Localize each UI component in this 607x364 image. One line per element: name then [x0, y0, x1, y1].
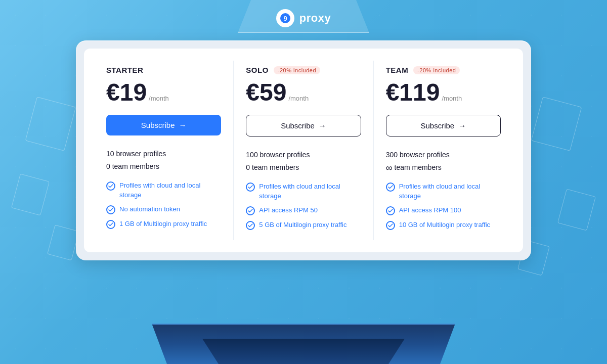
feature-item: API access RPM 100 — [386, 206, 501, 215]
subscribe-label: Subscribe — [141, 121, 175, 129]
check-icon — [106, 220, 115, 229]
plan-name-solo: SOLO-20% included — [246, 66, 361, 74]
price-period: /month — [149, 95, 169, 102]
price-period: /month — [288, 95, 309, 102]
plan-name-team: TEAM-20% included — [386, 66, 501, 74]
browser-profiles-stat: 100 browser profiles — [246, 149, 361, 161]
discount-badge: -20% included — [413, 66, 460, 74]
feature-item: 5 GB of Multilogin proxy traffic — [246, 220, 361, 230]
feature-text: Profiles with cloud and local storage — [399, 182, 501, 200]
plan-starter: STARTER€19/monthSubscribe →10 browser pr… — [96, 61, 231, 240]
brand-icon: 9 — [276, 9, 294, 27]
plan-name-label: TEAM — [386, 66, 409, 74]
browser-profiles-stat: 300 browser profiles — [386, 149, 501, 161]
team-members-stat: 0 team members — [246, 161, 361, 174]
feature-text: 10 GB of Multilogin proxy traffic — [399, 220, 490, 230]
subscribe-button-team[interactable]: Subscribe → — [386, 115, 501, 136]
discount-badge: -20% included — [274, 66, 320, 74]
plan-divider — [373, 61, 374, 240]
price-amount: €119 — [386, 80, 440, 105]
price-row: €19/month — [106, 80, 221, 105]
plan-stats: 10 browser profiles0 team members — [106, 148, 221, 173]
price-amount: €59 — [246, 80, 286, 105]
plan-name-label: STARTER — [106, 66, 143, 74]
features-list: Profiles with cloud and local storage No… — [106, 181, 221, 229]
arrow-icon: → — [179, 121, 187, 129]
subscribe-button-solo[interactable]: Subscribe → — [246, 115, 361, 136]
price-amount: €19 — [106, 80, 147, 105]
check-icon — [106, 205, 115, 214]
feature-text: 1 GB of Multilogin proxy traffic — [119, 219, 207, 229]
feature-text: Profiles with cloud and local storage — [259, 182, 361, 200]
features-list: Profiles with cloud and local storage AP… — [246, 182, 361, 230]
subscribe-label: Subscribe — [281, 121, 315, 130]
feature-item: 1 GB of Multilogin proxy traffic — [106, 219, 221, 229]
logo-trapezoid: 9 proxy — [238, 0, 369, 33]
feature-text: No automation token — [119, 205, 180, 214]
bottom-bar — [152, 324, 455, 364]
svg-text:9: 9 — [283, 15, 287, 22]
check-icon — [106, 181, 115, 191]
bottom-bar-inner — [202, 339, 405, 364]
plans-container: STARTER€19/monthSubscribe →10 browser pr… — [84, 49, 523, 252]
feature-item: Profiles with cloud and local storage — [106, 181, 221, 199]
logo-inner: 9 proxy — [276, 9, 331, 27]
plan-stats: 300 browser profiles∞team members — [386, 149, 501, 174]
outer-card: STARTER€19/monthSubscribe →10 browser pr… — [76, 40, 531, 260]
check-icon — [386, 206, 395, 215]
browser-profiles-stat: 10 browser profiles — [106, 148, 221, 160]
subscribe-label: Subscribe — [420, 121, 454, 130]
team-members-label: team members — [395, 161, 442, 174]
arrow-icon: → — [319, 121, 326, 130]
price-row: €119/month — [386, 80, 501, 105]
arrow-icon: → — [458, 121, 466, 130]
check-icon — [246, 221, 255, 230]
feature-item: 10 GB of Multilogin proxy traffic — [386, 220, 501, 230]
team-members-stat: ∞team members — [386, 161, 501, 174]
subscribe-button-starter[interactable]: Subscribe → — [106, 115, 221, 135]
feature-item: Profiles with cloud and local storage — [246, 182, 361, 200]
feature-item: Profiles with cloud and local storage — [386, 182, 501, 200]
feature-item: API access RPM 50 — [246, 206, 361, 215]
plan-divider — [233, 61, 234, 240]
plan-name-label: SOLO — [246, 66, 269, 74]
infinity-symbol: ∞ — [386, 163, 393, 172]
plan-solo: SOLO-20% included€59/monthSubscribe →100… — [236, 61, 371, 240]
plan-name-starter: STARTER — [106, 66, 221, 74]
price-row: €59/month — [246, 80, 361, 105]
team-members-stat: 0 team members — [106, 160, 221, 173]
logo-area: 9 proxy — [238, 0, 369, 33]
plan-stats: 100 browser profiles0 team members — [246, 149, 361, 174]
check-icon — [386, 183, 395, 192]
feature-text: Profiles with cloud and local storage — [119, 181, 221, 199]
plan-team: TEAM-20% included€119/monthSubscribe →30… — [376, 61, 511, 240]
check-icon — [386, 221, 395, 230]
price-period: /month — [442, 95, 462, 102]
check-icon — [246, 183, 255, 192]
pricing-section: STARTER€19/monthSubscribe →10 browser pr… — [76, 40, 531, 260]
check-icon — [246, 206, 255, 215]
feature-text: 5 GB of Multilogin proxy traffic — [259, 220, 346, 230]
feature-text: API access RPM 50 — [259, 206, 318, 215]
feature-text: API access RPM 100 — [399, 206, 461, 215]
feature-item: No automation token — [106, 205, 221, 214]
brand-name: proxy — [299, 12, 331, 25]
features-list: Profiles with cloud and local storage AP… — [386, 182, 501, 230]
